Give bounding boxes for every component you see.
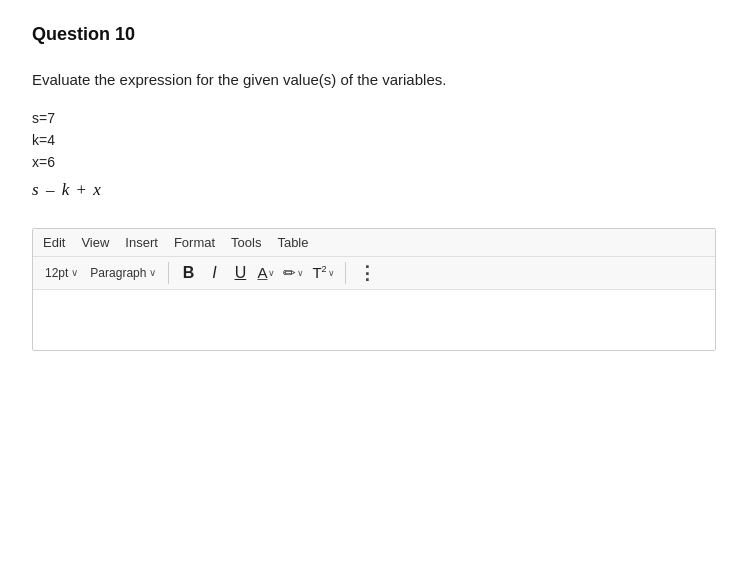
font-size-value: 12pt — [45, 266, 68, 280]
toolbar-divider-1 — [168, 262, 169, 284]
menu-format[interactable]: Format — [174, 235, 215, 250]
editor-content[interactable] — [33, 290, 715, 350]
superscript-label: T2 — [312, 264, 326, 281]
variable-k: k=4 — [32, 132, 716, 148]
font-size-select[interactable]: 12pt ∨ — [41, 264, 82, 282]
paragraph-select[interactable]: Paragraph ∨ — [86, 264, 160, 282]
question-body: Evaluate the expression for the given va… — [32, 69, 716, 92]
font-size-chevron: ∨ — [71, 267, 78, 278]
underline-button[interactable]: U — [229, 262, 251, 284]
toolbar: 12pt ∨ Paragraph ∨ B I U A ∨ ✏ ∨ — [33, 257, 715, 290]
font-color-label: A — [257, 264, 267, 281]
variable-s: s=7 — [32, 110, 716, 126]
highlight-arrow: ∨ — [297, 268, 304, 278]
font-color-arrow: ∨ — [268, 268, 275, 278]
menu-edit[interactable]: Edit — [43, 235, 65, 250]
menu-tools[interactable]: Tools — [231, 235, 261, 250]
editor-container: Edit View Insert Format Tools Table 12pt… — [32, 228, 716, 351]
menu-table[interactable]: Table — [277, 235, 308, 250]
expression: s – k + x — [32, 180, 716, 200]
highlight-button[interactable]: ✏ ∨ — [281, 262, 306, 284]
italic-button[interactable]: I — [203, 262, 225, 284]
page-container: Question 10 Evaluate the expression for … — [0, 0, 748, 562]
menu-view[interactable]: View — [81, 235, 109, 250]
variable-x: x=6 — [32, 154, 716, 170]
highlight-icon: ✏ — [283, 264, 296, 282]
bold-button[interactable]: B — [177, 262, 199, 284]
font-color-button[interactable]: A ∨ — [255, 262, 277, 283]
question-title: Question 10 — [32, 24, 716, 45]
toolbar-divider-2 — [345, 262, 346, 284]
variable-list: s=7 k=4 x=6 — [32, 110, 716, 170]
paragraph-value: Paragraph — [90, 266, 146, 280]
menu-insert[interactable]: Insert — [125, 235, 158, 250]
menu-bar: Edit View Insert Format Tools Table — [33, 229, 715, 257]
superscript-button[interactable]: T2 ∨ — [310, 262, 336, 283]
superscript-arrow: ∨ — [328, 268, 335, 278]
more-options-button[interactable]: ⋮ — [358, 262, 377, 284]
paragraph-chevron: ∨ — [149, 267, 156, 278]
